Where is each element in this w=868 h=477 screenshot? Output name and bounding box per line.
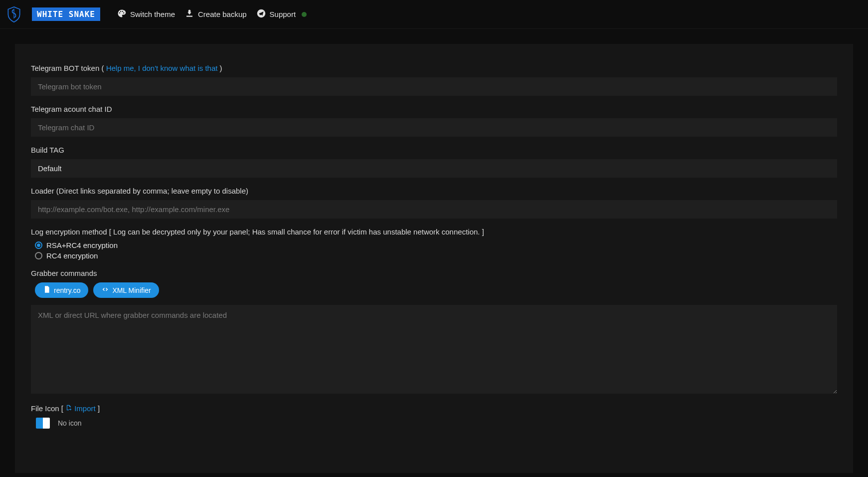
app-logo-icon xyxy=(6,4,22,24)
encryption-hint: Log can be decrypted only by your panel;… xyxy=(113,228,480,236)
telegram-token-input[interactable] xyxy=(31,77,837,96)
create-backup-button[interactable]: Create backup xyxy=(185,9,247,19)
label-text: Telegram BOT token ( xyxy=(31,64,106,72)
button-label: XML Minifier xyxy=(112,286,151,294)
loader-field: Loader (Direct links separated by comma;… xyxy=(31,187,837,219)
label-text: Log encryption method [ xyxy=(31,228,113,236)
radio-rc4[interactable]: RC4 encryption xyxy=(31,251,837,260)
import-icon xyxy=(65,404,72,413)
telegram-icon xyxy=(257,9,266,19)
label-text: ] xyxy=(98,404,100,413)
rentry-button[interactable]: rentry.co xyxy=(35,282,88,298)
nav-label: Switch theme xyxy=(130,10,175,18)
download-icon xyxy=(185,9,194,19)
file-icon-row: No icon xyxy=(31,418,837,429)
switch-theme-button[interactable]: Switch theme xyxy=(117,9,175,19)
telegram-chat-input[interactable] xyxy=(31,118,837,137)
radio-label: RC4 encryption xyxy=(46,251,98,260)
code-icon xyxy=(101,285,109,295)
radio-label: RSA+RC4 encryption xyxy=(46,241,118,249)
build-tag-input[interactable] xyxy=(31,159,837,178)
status-dot-icon xyxy=(302,12,307,17)
radio-unchecked-icon xyxy=(35,252,42,259)
grabber-field: Grabber commands rentry.co XML Minifier xyxy=(31,269,837,395)
no-icon-text: No icon xyxy=(58,419,81,427)
build-tag-label: Build TAG xyxy=(31,146,837,154)
grabber-button-row: rentry.co XML Minifier xyxy=(31,282,837,298)
loader-label: Loader (Direct links separated by comma;… xyxy=(31,187,837,195)
content-wrap: Telegram BOT token ( Help me, I don't kn… xyxy=(0,29,868,473)
telegram-token-field: Telegram BOT token ( Help me, I don't kn… xyxy=(31,64,837,96)
nav-label: Support xyxy=(270,10,296,18)
loader-input[interactable] xyxy=(31,200,837,219)
encryption-label: Log encryption method [ Log can be decry… xyxy=(31,228,837,236)
help-link[interactable]: Help me, I don't know what is that xyxy=(106,64,218,72)
icon-preview-icon xyxy=(36,418,50,429)
palette-icon xyxy=(117,9,126,19)
grabber-textarea[interactable] xyxy=(31,305,837,394)
telegram-chat-field: Telegram acount chat ID xyxy=(31,105,837,137)
document-icon xyxy=(43,285,51,295)
import-link[interactable]: Import xyxy=(65,404,96,413)
button-label: rentry.co xyxy=(54,286,80,294)
file-icon-label: File Icon [ Import ] xyxy=(31,404,837,413)
label-text: File Icon [ xyxy=(31,404,65,413)
radio-rsa-rc4[interactable]: RSA+RC4 encryption xyxy=(31,241,837,249)
telegram-token-label: Telegram BOT token ( Help me, I don't kn… xyxy=(31,64,837,72)
label-text: ] xyxy=(482,228,484,236)
support-button[interactable]: Support xyxy=(257,9,307,19)
encryption-field: Log encryption method [ Log can be decry… xyxy=(31,228,837,260)
nav-label: Create backup xyxy=(198,10,247,18)
app-title-badge: WHITE SNAKE xyxy=(32,7,100,21)
file-icon-field: File Icon [ Import ] No icon xyxy=(31,404,837,429)
import-label: Import xyxy=(74,404,96,413)
build-tag-field: Build TAG xyxy=(31,146,837,178)
grabber-label: Grabber commands xyxy=(31,269,837,277)
radio-checked-icon xyxy=(35,241,42,249)
config-panel: Telegram BOT token ( Help me, I don't kn… xyxy=(15,44,853,473)
telegram-chat-label: Telegram acount chat ID xyxy=(31,105,837,113)
label-text: ) xyxy=(220,64,222,72)
topbar: WHITE SNAKE Switch theme Create backup S… xyxy=(0,0,868,29)
xml-minifier-button[interactable]: XML Minifier xyxy=(93,282,159,298)
